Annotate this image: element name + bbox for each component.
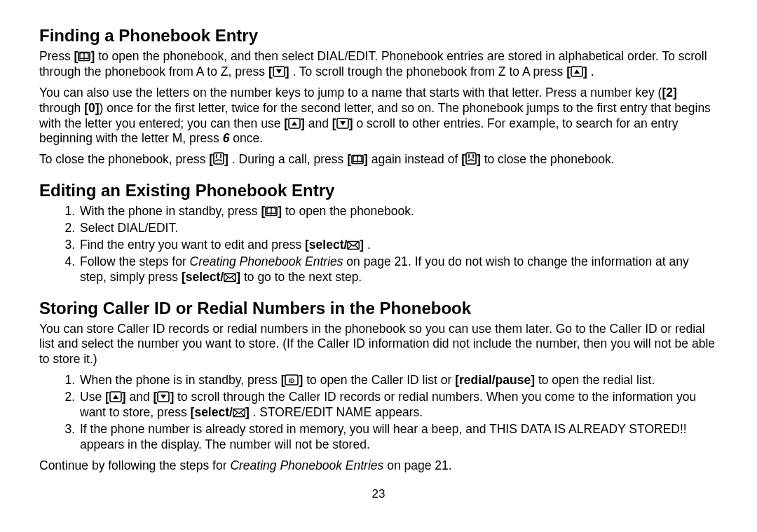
list-item: If the phone number is already stored in… xyxy=(79,422,718,453)
text: and xyxy=(130,390,154,404)
heading-finding: Finding a Phonebook Entry xyxy=(39,25,718,46)
down-triangle-icon xyxy=(157,391,170,402)
para-store-1: You can store Caller ID records or redia… xyxy=(39,322,718,368)
bracket: ] xyxy=(477,152,481,166)
text: again instead of xyxy=(371,152,461,166)
list-item: Find the entry you want to edit and pres… xyxy=(79,238,718,253)
bracket: ] xyxy=(285,64,289,79)
text: Continue by following the steps for xyxy=(39,458,230,472)
book-icon xyxy=(265,205,278,217)
text: through xyxy=(39,101,84,115)
bracket: ] xyxy=(349,116,353,130)
end-call-icon xyxy=(213,152,224,165)
text: to open the Caller ID list or xyxy=(306,373,455,387)
text: With the phone in standby, press xyxy=(80,204,261,218)
text: once. xyxy=(229,131,263,145)
up-triangle-icon xyxy=(109,391,122,402)
text: You can also use the letters on the numb… xyxy=(39,86,662,100)
bracket: ] xyxy=(90,49,95,63)
list-item: Use [] and [] to scroll through the Call… xyxy=(79,390,718,421)
select-label: [select/ xyxy=(182,270,224,284)
key-2: [2] xyxy=(662,86,676,100)
text: to go to the next step. xyxy=(244,270,362,284)
end-call-icon xyxy=(465,152,477,165)
para-store-2: Continue by following the steps for Crea… xyxy=(39,458,718,474)
down-triangle-icon xyxy=(336,118,349,129)
bracket: ] xyxy=(170,390,174,404)
text: Press xyxy=(39,49,74,63)
book-icon xyxy=(78,50,90,62)
list-item: Follow the steps for Creating Phonebook … xyxy=(79,254,718,285)
text: to open the redial list. xyxy=(538,373,655,387)
text: . During a call, press xyxy=(232,152,347,166)
text: Find the entry you want to edit and pres… xyxy=(80,238,305,252)
select-label: [select/ xyxy=(305,238,347,252)
text: . To scroll trough the phonebook from Z … xyxy=(292,64,566,79)
storing-list: When the phone is in standby, press [] t… xyxy=(39,373,718,452)
select-label: [select/ xyxy=(191,405,233,419)
select-close: ] xyxy=(236,270,240,284)
bracket: ] xyxy=(301,116,305,130)
text: and xyxy=(308,116,332,130)
text: . STORE/EDIT NAME appears. xyxy=(253,405,423,419)
text: To close the phonebook, press xyxy=(39,152,209,166)
heading-storing: Storing Caller ID or Redial Numbers in t… xyxy=(39,298,718,319)
up-triangle-icon xyxy=(571,66,583,77)
select-close: ] xyxy=(360,238,364,252)
editing-list: With the phone in standby, press [] to o… xyxy=(39,204,718,285)
down-triangle-icon xyxy=(273,66,285,77)
bracket: ] xyxy=(299,373,303,387)
text: . xyxy=(591,64,594,79)
bracket: ] xyxy=(583,64,587,79)
book-icon xyxy=(351,154,364,165)
text: on page 21. xyxy=(383,458,451,472)
para-find-1: Press [] to open the phonebook, and then… xyxy=(39,49,718,80)
text: . xyxy=(367,238,371,252)
bracket: ] xyxy=(224,152,229,166)
text: Use xyxy=(80,390,105,404)
envelope-icon xyxy=(233,408,245,418)
text: When the phone is in standby, press xyxy=(80,373,281,387)
document-page: Finding a Phonebook Entry Press [] to op… xyxy=(0,0,757,501)
text: to close the phonebook. xyxy=(484,152,615,166)
envelope-icon xyxy=(224,273,236,282)
list-item: Select DIAL/EDIT. xyxy=(79,221,718,236)
heading-editing: Editing an Existing Phonebook Entry xyxy=(39,180,718,201)
select-close: ] xyxy=(245,405,250,419)
para-find-3: To close the phonebook, press [] . Durin… xyxy=(39,152,718,168)
caller-id-icon xyxy=(285,374,299,386)
bracket: ] xyxy=(364,152,368,166)
page-number: 23 xyxy=(39,487,718,501)
text: Follow the steps for xyxy=(80,254,190,268)
bracket: ] xyxy=(122,390,126,404)
para-find-2: You can also use the letters on the numb… xyxy=(39,86,718,147)
envelope-icon xyxy=(347,240,360,250)
key-0: [0] xyxy=(84,101,99,115)
list-item: With the phone in standby, press [] to o… xyxy=(79,204,718,219)
redial-key: [redial/pause] xyxy=(455,373,535,387)
up-triangle-icon xyxy=(288,118,301,129)
bracket: ] xyxy=(278,204,282,218)
text: to open the phonebook. xyxy=(285,204,414,218)
cross-ref: Creating Phonebook Entries xyxy=(190,254,343,268)
cross-ref: Creating Phonebook Entries xyxy=(230,458,383,472)
list-item: When the phone is in standby, press [] t… xyxy=(79,373,718,388)
key-6: 6 xyxy=(223,131,230,145)
